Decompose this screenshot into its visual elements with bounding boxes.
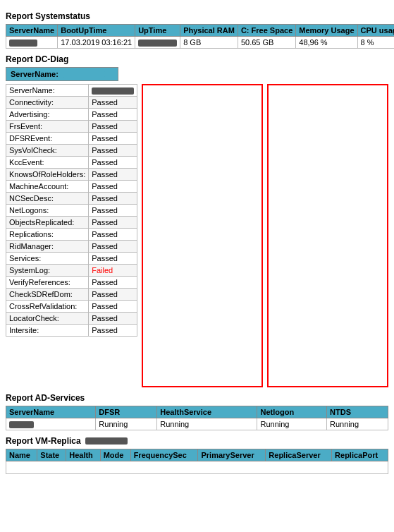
check-label: CrossRefValidation: bbox=[6, 301, 89, 313]
check-label: SysVolCheck: bbox=[6, 145, 89, 157]
check-value: Passed bbox=[89, 145, 137, 157]
check-value: Passed bbox=[89, 325, 137, 337]
check-label: SystemLog: bbox=[6, 265, 89, 277]
table-row: CheckSDRefDom:Passed bbox=[6, 289, 137, 301]
table-row: Services:Passed bbox=[6, 253, 137, 265]
vmreplica-title-text: Report VM-Replica bbox=[6, 436, 81, 446]
dcdiag-servername-label: ServerName: bbox=[11, 70, 59, 78]
report-systemstatus-section: Report Systemstatus ServerName BootUpTim… bbox=[6, 11, 388, 49]
table-row: FrsEvent:Passed bbox=[6, 121, 137, 133]
cell-servername-ad bbox=[6, 418, 96, 430]
blurred-servername bbox=[9, 40, 37, 47]
check-label: Replications: bbox=[6, 229, 89, 241]
cell-ntds: Running bbox=[327, 418, 388, 430]
blurred-uptime bbox=[138, 40, 177, 47]
check-value: Failed bbox=[89, 265, 137, 277]
check-label: ObjectsReplicated: bbox=[6, 217, 89, 229]
report-vmreplica-section: Report VM-Replica Name State Health Mode… bbox=[6, 436, 388, 474]
table-row: LocatorCheck:Passed bbox=[6, 313, 137, 325]
blurred-vmreplica-title bbox=[85, 437, 128, 445]
dcdiag-box-1 bbox=[142, 84, 263, 387]
check-label: NCSecDesc: bbox=[6, 193, 89, 205]
col-healthservice: HealthService bbox=[157, 406, 257, 418]
table-row: ObjectsReplicated:Passed bbox=[6, 217, 137, 229]
col-mode: Mode bbox=[100, 449, 130, 461]
check-value: Passed bbox=[89, 253, 137, 265]
report-dcdiag-title: Report DC-Diag bbox=[6, 54, 388, 64]
check-value: Passed bbox=[89, 181, 137, 193]
check-value: Passed bbox=[89, 97, 137, 109]
cell-healthservice: Running bbox=[157, 418, 257, 430]
table-row: VerifyReferences:Passed bbox=[6, 277, 137, 289]
dcdiag-container: ServerName:Connectivity:PassedAdvertisin… bbox=[6, 84, 388, 387]
cell-cpuusage: 8 % bbox=[357, 37, 394, 49]
table-row: KccEvent:Passed bbox=[6, 157, 137, 169]
col-name: Name bbox=[6, 449, 37, 461]
check-value: Passed bbox=[89, 217, 137, 229]
check-value: Passed bbox=[89, 229, 137, 241]
table-row: NetLogons:Passed bbox=[6, 205, 137, 217]
col-frequencysec: FrequencySec bbox=[130, 449, 198, 461]
table-row: NCSecDesc:Passed bbox=[6, 193, 137, 205]
check-value: Passed bbox=[89, 109, 137, 121]
check-label: Connectivity: bbox=[6, 97, 89, 109]
dcdiag-server-header: ServerName: bbox=[6, 67, 118, 81]
col-servername-ad: ServerName bbox=[6, 406, 96, 418]
col-cfreespace: C: Free Space bbox=[238, 25, 295, 37]
check-value: Passed bbox=[89, 301, 137, 313]
table-row: Advertising:Passed bbox=[6, 109, 137, 121]
report-adservices-title: Report AD-Services bbox=[6, 393, 388, 403]
report-vmreplica-title: Report VM-Replica bbox=[6, 436, 388, 446]
col-dfsr: DFSR bbox=[96, 406, 157, 418]
table-row: SystemLog:Failed bbox=[6, 265, 137, 277]
col-replicaport: ReplicaPort bbox=[332, 449, 388, 461]
cell-physicalram: 8 GB bbox=[180, 37, 238, 49]
cell-memoryusage: 48,96 % bbox=[296, 37, 357, 49]
col-memoryusage: Memory Usage bbox=[296, 25, 357, 37]
table-row: RidManager:Passed bbox=[6, 241, 137, 253]
cell-servername bbox=[6, 37, 58, 49]
cell-netlogon: Running bbox=[257, 418, 327, 430]
table-row: CrossRefValidation:Passed bbox=[6, 301, 137, 313]
check-label: VerifyReferences: bbox=[6, 277, 89, 289]
table-row: MachineAccount:Passed bbox=[6, 181, 137, 193]
report-adservices-section: Report AD-Services ServerName DFSR Healt… bbox=[6, 393, 388, 430]
check-label: KccEvent: bbox=[6, 157, 89, 169]
check-value: Passed bbox=[89, 121, 137, 133]
table-row: Intersite:Passed bbox=[6, 325, 137, 337]
blurred-value bbox=[92, 87, 134, 95]
check-value: Passed bbox=[89, 205, 137, 217]
check-label: MachineAccount: bbox=[6, 181, 89, 193]
table-row: ServerName: bbox=[6, 85, 137, 97]
check-value: Passed bbox=[89, 169, 137, 181]
check-label: Intersite: bbox=[6, 325, 89, 337]
col-health: Health bbox=[66, 449, 101, 461]
table-row: SysVolCheck:Passed bbox=[6, 145, 137, 157]
table-row: KnowsOfRoleHolders:Passed bbox=[6, 169, 137, 181]
dcdiag-checks-table: ServerName:Connectivity:PassedAdvertisin… bbox=[6, 84, 137, 337]
dcdiag-box-2 bbox=[267, 84, 388, 387]
vmreplica-table: Name State Health Mode FrequencySec Prim… bbox=[6, 449, 388, 474]
check-value: Passed bbox=[89, 313, 137, 325]
col-cpuusage: CPU usage bbox=[357, 25, 394, 37]
table-row: DFSREvent:Passed bbox=[6, 133, 137, 145]
col-ntds: NTDS bbox=[327, 406, 388, 418]
col-physicalram: Physical RAM bbox=[180, 25, 238, 37]
check-label: NetLogons: bbox=[6, 205, 89, 217]
check-label: DFSREvent: bbox=[6, 133, 89, 145]
check-value: Passed bbox=[89, 241, 137, 253]
col-state: State bbox=[37, 449, 66, 461]
col-netlogon: Netlogon bbox=[257, 406, 327, 418]
report-systemstatus-title: Report Systemstatus bbox=[6, 11, 388, 21]
check-label: LocatorCheck: bbox=[6, 313, 89, 325]
cell-bootuptime: 17.03.2019 03:16:21 bbox=[58, 37, 135, 49]
check-label: ServerName: bbox=[6, 85, 89, 97]
col-bootuptime: BootUpTime bbox=[58, 25, 135, 37]
check-label: Advertising: bbox=[6, 109, 89, 121]
check-value: Passed bbox=[89, 133, 137, 145]
check-value: Passed bbox=[89, 277, 137, 289]
table-row: Running Running Running Running bbox=[6, 418, 388, 430]
col-replicaserver: ReplicaServer bbox=[266, 449, 332, 461]
table-row: 17.03.2019 03:16:21 8 GB 50.65 GB 48,96 … bbox=[6, 37, 395, 49]
check-label: RidManager: bbox=[6, 241, 89, 253]
